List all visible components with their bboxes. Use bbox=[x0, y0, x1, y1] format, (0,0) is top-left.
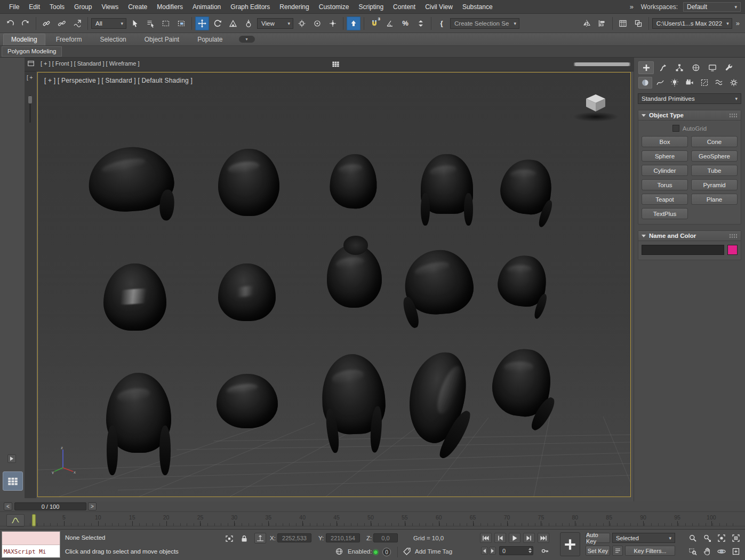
z-coordinate-field[interactable]: 0,0 bbox=[373, 533, 398, 542]
time-slider-bar[interactable]: < 0 / 100 > bbox=[0, 501, 745, 512]
ribbon-tab-object-paint[interactable]: Object Paint bbox=[137, 34, 187, 45]
menu-content[interactable]: Content bbox=[388, 1, 420, 13]
viewport-layout-tabs-button[interactable] bbox=[3, 471, 23, 491]
selection-set-keys-dropdown[interactable]: Selected ▾ bbox=[612, 533, 675, 543]
create-torus-button[interactable]: Torus bbox=[642, 179, 688, 190]
track-bar[interactable]: 5101520253035404550556065707580859095100 bbox=[0, 512, 745, 530]
object-color-swatch[interactable] bbox=[727, 245, 738, 255]
go-to-end-button[interactable] bbox=[538, 533, 549, 543]
maxscript-listener-field[interactable]: MAXScript Mi bbox=[2, 545, 60, 558]
tab-motion[interactable] bbox=[688, 61, 703, 74]
use-selection-center-button[interactable] bbox=[310, 17, 324, 30]
frame-back-button[interactable] bbox=[481, 547, 488, 555]
x-coordinate-field[interactable]: 2252,533 bbox=[277, 533, 311, 542]
ribbon-tab-freeform[interactable]: Freeform bbox=[49, 34, 90, 45]
maxscript-mini-listener[interactable]: MAXScript Mi bbox=[2, 531, 60, 558]
select-and-scale-button[interactable] bbox=[226, 17, 240, 30]
create-pyramid-button[interactable]: Pyramid bbox=[691, 179, 738, 190]
create-textplus-button[interactable]: TextPlus bbox=[642, 208, 688, 219]
select-and-rotate-button[interactable] bbox=[211, 17, 225, 30]
create-plane-button[interactable]: Plane bbox=[691, 194, 738, 205]
hair-model-13[interactable] bbox=[321, 353, 386, 435]
menu-rendering[interactable]: Rendering bbox=[275, 1, 314, 13]
named-selection-sets-dropdown[interactable]: Create Selection Se ▾ bbox=[450, 18, 519, 29]
menu-tools[interactable]: Tools bbox=[45, 1, 69, 13]
key-filters-button[interactable]: Key Filters... bbox=[625, 546, 675, 556]
hair-model-5[interactable] bbox=[498, 157, 554, 216]
maximize-viewport-toggle[interactable] bbox=[729, 545, 742, 557]
tab-modify[interactable] bbox=[655, 61, 670, 74]
hair-model-9[interactable] bbox=[402, 247, 476, 317]
default-in-out-tangents-button[interactable] bbox=[540, 546, 550, 556]
mirror-button[interactable] bbox=[580, 17, 594, 30]
menu-modifiers[interactable]: Modifiers bbox=[152, 1, 188, 13]
keyboard-shortcut-override-toggle[interactable] bbox=[347, 17, 361, 30]
zoom-all-button[interactable] bbox=[700, 532, 714, 544]
play-button[interactable] bbox=[509, 533, 520, 543]
scene-prop-box[interactable] bbox=[573, 93, 619, 123]
trackbar-expand-button[interactable] bbox=[7, 454, 16, 463]
pan-button[interactable] bbox=[700, 545, 714, 557]
edit-named-selection-sets-button[interactable]: { bbox=[435, 17, 448, 30]
select-and-place-button[interactable] bbox=[242, 17, 255, 30]
menu-overflow-button[interactable]: » bbox=[628, 3, 636, 11]
previous-frame-button[interactable] bbox=[494, 533, 506, 543]
create-teapot-button[interactable]: Teapot bbox=[642, 194, 688, 205]
bind-to-spacewarp-button[interactable] bbox=[70, 17, 84, 30]
tab-utilities[interactable] bbox=[721, 61, 736, 74]
reference-coordinate-dropdown[interactable]: View ▾ bbox=[257, 18, 293, 29]
selection-filter-dropdown[interactable]: All ▾ bbox=[91, 18, 126, 29]
viewport-menu-icon[interactable] bbox=[27, 60, 35, 67]
geometry-category-dropdown[interactable]: Standard Primitives ▾ bbox=[638, 93, 741, 104]
spinner-snap-toggle[interactable] bbox=[414, 17, 428, 30]
next-frame-button[interactable] bbox=[523, 533, 535, 543]
create-box-button[interactable]: Box bbox=[642, 136, 688, 147]
create-cone-button[interactable]: Cone bbox=[691, 136, 738, 147]
macro-recorder-field[interactable] bbox=[2, 532, 60, 545]
percent-snap-toggle[interactable]: % bbox=[398, 17, 412, 30]
menu-create[interactable]: Create bbox=[123, 1, 152, 13]
perspective-viewport[interactable]: [ + ] [ Perspective ] [ Standard ] [ Def… bbox=[37, 72, 631, 497]
snaps-toggle[interactable]: 3 bbox=[367, 17, 381, 30]
create-sphere-button[interactable]: Sphere bbox=[642, 150, 688, 162]
hair-model-15[interactable] bbox=[489, 346, 555, 419]
timeline-ruler[interactable]: 5101520253035404550556065707580859095100 bbox=[30, 512, 739, 529]
ribbon-tab-populate[interactable]: Populate bbox=[190, 34, 230, 45]
workspace-dropdown[interactable]: Default ▾ bbox=[683, 2, 741, 12]
key-mode-toggle[interactable] bbox=[612, 546, 623, 556]
hair-model-7[interactable] bbox=[218, 263, 276, 321]
unlink-selection-button[interactable] bbox=[55, 17, 69, 30]
ribbon-tab-modeling[interactable]: Modeling bbox=[3, 34, 45, 45]
zoom-button[interactable] bbox=[686, 532, 699, 544]
name-and-color-rollout-header[interactable]: Name and Color bbox=[638, 231, 741, 241]
set-keys-button[interactable] bbox=[560, 532, 580, 556]
select-and-manipulate-button[interactable] bbox=[326, 17, 340, 30]
status-globe-icon[interactable] bbox=[334, 547, 345, 556]
undo-button[interactable] bbox=[3, 17, 17, 30]
isolate-selection-toggle[interactable] bbox=[224, 534, 235, 543]
object-name-input[interactable] bbox=[642, 245, 724, 255]
create-geosphere-button[interactable]: GeoSphere bbox=[691, 150, 738, 162]
create-tube-button[interactable]: Tube bbox=[691, 165, 738, 176]
absolute-offset-mode-button[interactable] bbox=[254, 533, 266, 543]
degradation-toggle[interactable]: 0 bbox=[382, 548, 391, 556]
toolbar-overflow-button[interactable]: » bbox=[734, 19, 742, 27]
toggle-scene-explorer-button[interactable] bbox=[616, 17, 630, 30]
menu-views[interactable]: Views bbox=[97, 1, 123, 13]
menu-group[interactable]: Group bbox=[69, 1, 97, 13]
hair-model-6[interactable] bbox=[103, 263, 166, 331]
current-frame-spinner[interactable]: 0 bbox=[499, 546, 533, 555]
tab-hierarchy[interactable] bbox=[671, 61, 687, 74]
previous-frame-slider-button[interactable]: < bbox=[4, 502, 12, 510]
category-cameras[interactable] bbox=[683, 77, 696, 89]
ribbon-minimize-toggle[interactable]: ▾ bbox=[239, 36, 255, 43]
menu-edit[interactable]: Edit bbox=[24, 1, 45, 13]
select-by-name-button[interactable] bbox=[143, 17, 157, 30]
time-slider-frame-marker[interactable] bbox=[32, 514, 36, 527]
window-crossing-toggle[interactable] bbox=[174, 17, 188, 30]
menu-substance[interactable]: Substance bbox=[458, 1, 498, 13]
category-space-warps[interactable] bbox=[712, 77, 726, 89]
frame-forward-button[interactable] bbox=[489, 547, 496, 555]
use-pivot-point-button[interactable] bbox=[295, 17, 309, 30]
select-link-button[interactable] bbox=[39, 17, 53, 30]
